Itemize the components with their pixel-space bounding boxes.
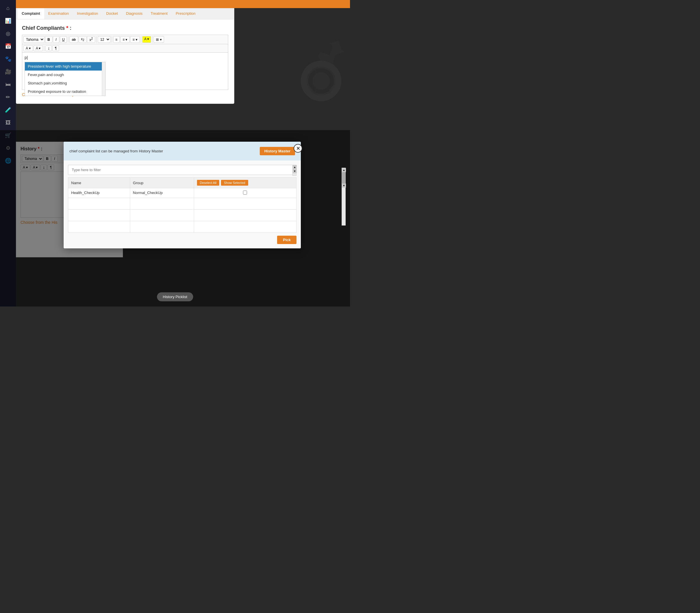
table-cell-checkbox — [194, 188, 296, 198]
color2-btn[interactable]: A ▾ — [34, 45, 43, 51]
svg-rect-4 — [301, 78, 308, 84]
modal-header: chief complaint list can be managed from… — [64, 142, 301, 160]
history-modal: chief complaint list can be managed from… — [64, 142, 301, 248]
autocomplete-scrollbar[interactable] — [102, 62, 105, 96]
color-btn[interactable]: A ▾ — [23, 45, 33, 51]
modal-body: ▲ ▼ Name Group Deselect All Show Selecte… — [64, 160, 301, 248]
lab-icon[interactable]: 🧪 — [3, 105, 13, 115]
editor-toolbar-row1: Tahoma B I U ab x2 x2 12 ≡ ≡ ▾ ≡ ▾ A ▾ ⊞… — [22, 35, 228, 44]
table-row-empty-2 — [68, 210, 297, 221]
modal-scrollbar[interactable]: ▲ ▼ — [341, 168, 346, 225]
tab-examination[interactable]: Examination — [44, 9, 73, 19]
tab-treatment[interactable]: Treatment — [147, 9, 172, 19]
filter-input[interactable] — [68, 165, 297, 175]
modal-scroll-up[interactable]: ▲ — [342, 168, 346, 172]
home-icon[interactable]: ⌂ — [3, 3, 13, 13]
show-selected-btn[interactable]: Show Selected — [221, 180, 248, 186]
svg-rect-3 — [318, 94, 324, 101]
pick-row: Pick — [68, 233, 297, 246]
table-cell-group: Normal_CheckUp — [130, 188, 194, 198]
autocomplete-dropdown: Presistent fever with high temperature F… — [25, 62, 106, 96]
font-select[interactable]: Tahoma — [23, 36, 44, 43]
superscript-btn[interactable]: x2 — [87, 36, 95, 43]
row-checkbox[interactable] — [243, 191, 247, 195]
svg-rect-2 — [318, 61, 324, 68]
modal-close-btn[interactable]: ✕ — [294, 144, 302, 153]
svg-rect-5 — [334, 78, 341, 84]
svg-rect-9 — [329, 84, 338, 94]
scroll-down-arrow[interactable]: ▼ — [293, 169, 297, 173]
history-master-btn[interactable]: History Master — [260, 147, 295, 155]
italic-btn[interactable]: I — [53, 36, 59, 43]
autocomplete-item-1[interactable]: Fever,pain and cough — [25, 70, 105, 79]
chart-icon[interactable]: 📊 — [3, 16, 13, 26]
deselect-all-btn[interactable]: Deselect All — [197, 180, 219, 186]
editor-toolbar-row2: A ▾ A ▾ ↨ ¶ — [22, 44, 228, 52]
camera-icon[interactable]: 🎥 — [3, 66, 13, 77]
bold-btn[interactable]: B — [45, 36, 52, 43]
table-row-empty-1 — [68, 198, 297, 210]
filter-scrollbar[interactable]: ▲ ▼ — [293, 165, 297, 176]
tab-complaint[interactable]: Complaint — [18, 9, 44, 19]
modal-scroll-down[interactable]: ▼ — [342, 184, 346, 188]
highlight-btn[interactable]: A ▾ — [142, 36, 151, 43]
tab-investigation[interactable]: Investigation — [73, 9, 102, 19]
top-bar — [16, 0, 350, 8]
table-header-actions: Deselect All Show Selected — [197, 180, 293, 186]
underline-btn[interactable]: U — [60, 36, 67, 43]
col-group-header: Group — [130, 178, 194, 188]
calendar-icon[interactable]: 📅 — [3, 41, 13, 51]
col-name-header: Name — [68, 178, 130, 188]
svg-point-0 — [312, 72, 330, 90]
complaint-panel-content: Chief Compliants * : Tahoma B I U ab x2 … — [16, 19, 234, 104]
autocomplete-item-0[interactable]: Presistent fever with high temperature — [25, 62, 105, 70]
editor-area[interactable]: p| Presistent fever with high temperatur… — [22, 52, 228, 90]
svg-point-1 — [305, 65, 337, 97]
pick-btn[interactable]: Pick — [277, 236, 297, 244]
table-btn[interactable]: ⊞ ▾ — [154, 36, 164, 43]
paw-icon[interactable]: 🐾 — [3, 54, 13, 64]
table-cell-name: Health_CheckUp — [68, 188, 130, 198]
subscript-btn[interactable]: x2 — [79, 36, 87, 43]
editor-cursor-text: p| — [25, 55, 28, 60]
section-title-text: Chief Compliants — [22, 25, 65, 31]
tab-docket[interactable]: Docket — [102, 9, 122, 19]
align-left-btn[interactable]: ≡ — [113, 36, 120, 43]
modal-table: Name Group Deselect All Show Selected He… — [68, 177, 297, 233]
target-icon[interactable]: ◎ — [3, 28, 13, 39]
autocomplete-item-3[interactable]: Prolonged exposure to uv radiation — [25, 87, 105, 96]
strikethrough-btn[interactable]: ab — [69, 36, 78, 43]
required-star: * — [66, 25, 68, 31]
footer-bar: History Picklist — [157, 292, 193, 301]
svg-rect-8 — [304, 84, 313, 94]
tab-prescription[interactable]: Prescription — [171, 9, 199, 19]
sort-btn[interactable]: ↨ — [46, 45, 52, 51]
modal-header-text: chief complaint list can be managed from… — [69, 149, 163, 153]
tab-bar: Complaint Examination Investigation Dock… — [16, 9, 234, 19]
main-panel: Complaint Examination Investigation Dock… — [16, 8, 234, 104]
image-icon[interactable]: 🖼 — [3, 117, 13, 128]
table-row: Health_CheckUp Normal_CheckUp — [68, 188, 297, 198]
scroll-up-arrow[interactable]: ▲ — [293, 165, 297, 169]
table-row-empty-3 — [68, 221, 297, 233]
modal-scrollbar-thumb[interactable] — [342, 172, 345, 184]
tab-diagnosis[interactable]: Diagnosis — [122, 9, 147, 19]
col-actions-header: Deselect All Show Selected — [194, 178, 296, 188]
footer-label: History Picklist — [163, 295, 187, 299]
size-select[interactable]: 12 — [98, 36, 111, 43]
svg-rect-7 — [329, 64, 338, 74]
section-colon: : — [70, 25, 72, 31]
edit-icon[interactable]: ✏ — [3, 92, 13, 102]
para-btn[interactable]: ¶ — [52, 45, 59, 51]
align-center-btn[interactable]: ≡ ▾ — [120, 36, 130, 43]
svg-rect-6 — [304, 64, 313, 74]
filter-row: ▲ ▼ — [68, 165, 297, 175]
section-title: Chief Compliants * : — [22, 25, 228, 31]
indent-btn[interactable]: ≡ ▾ — [130, 36, 140, 43]
autocomplete-item-2[interactable]: Stomach pain,vomitting — [25, 79, 105, 87]
bed-icon[interactable]: 🛏 — [3, 79, 13, 90]
